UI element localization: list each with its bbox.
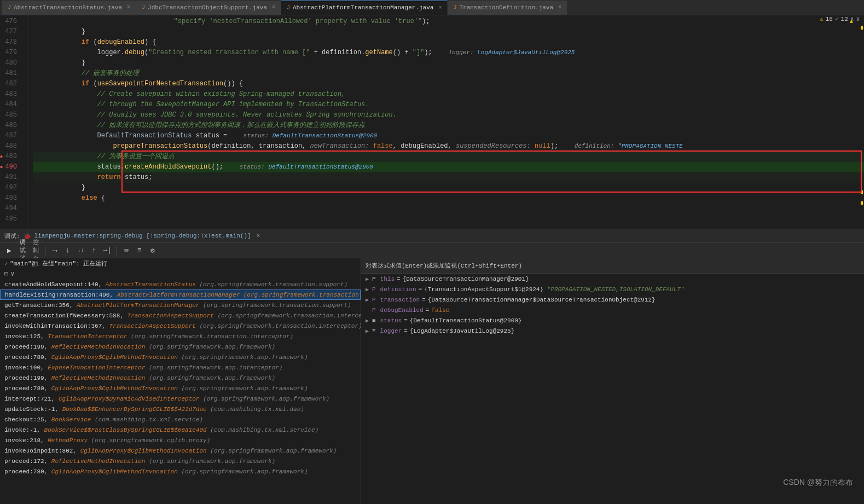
thread-name: "main"@1 在组"main": 正在运行: [10, 259, 107, 268]
tab-bar: J AbstractTransactionStatus.java × J Jdb…: [0, 0, 864, 15]
evaluate-button[interactable]: ⌨: [120, 245, 132, 257]
code-line-476: "specify 'nestedTransactionAllowed' prop…: [33, 16, 864, 27]
tab-label-1: AbstractTransactionStatus.java: [14, 4, 122, 11]
java-icon-4: J: [453, 4, 456, 10]
vars-panel: 对表达式求值(Enter)或添加监视(Ctrl+Shift+Enter) ▶ P…: [361, 258, 864, 504]
stack-frame-2[interactable]: getTransaction:356, AbstractPlatformTran…: [0, 300, 361, 310]
code-line-492: }: [33, 183, 864, 193]
debug-session-close[interactable]: ×: [257, 233, 260, 239]
scrollbar-indicators: [860, 15, 863, 229]
ln-488: 488: [0, 141, 21, 152]
tab-jdbc-transaction[interactable]: J JdbcTransactionObjectSupport.java ×: [136, 1, 281, 15]
tab-close-3[interactable]: ×: [438, 5, 442, 11]
tab-transaction-definition[interactable]: J TransactionDefinition.java ×: [448, 1, 567, 15]
stack-frame-17[interactable]: proceed:172, ReflectiveMethodInvocation …: [0, 456, 361, 466]
stack-frame-5[interactable]: invoke:125, TransactionInterceptor (org.…: [0, 331, 361, 341]
ln-494: 494: [0, 204, 21, 214]
ln-484: 484: [0, 100, 21, 110]
code-line-489: // 为事务设置一个回退点: [33, 152, 864, 162]
ln-482: 482: [0, 79, 21, 89]
code-line-477: }: [33, 27, 864, 37]
expand-logger[interactable]: ▶: [366, 328, 372, 334]
stack-frame-13[interactable]: checkout:25, BookService (com.mashibing.…: [0, 414, 361, 425]
tab-label-3: AbstractPlatformTransactionManager.java: [293, 4, 433, 11]
divider-2: [117, 246, 117, 255]
tab-close-1[interactable]: ×: [127, 4, 130, 10]
var-logger[interactable]: ▶ ≡ logger = {LogAdapter$JavaUtilLog@292…: [361, 326, 864, 336]
ln-489[interactable]: 489: [0, 152, 21, 162]
vars-header-text[interactable]: 对表达式求值(Enter)或添加监视(Ctrl+Shift+Enter): [366, 262, 522, 270]
stack-frame-4[interactable]: invokeWithinTransaction:367, Transaction…: [0, 321, 361, 331]
ln-477: 477: [0, 27, 21, 37]
expand-transaction[interactable]: ▶: [366, 297, 372, 303]
tab-debugger[interactable]: 调试器: [16, 245, 28, 257]
run-to-cursor-button[interactable]: →|: [101, 245, 113, 257]
stack-frame-11[interactable]: intercept:721, CglibAopProxy$DynamicAdvi…: [0, 393, 361, 404]
settings-button[interactable]: ⚙: [147, 245, 159, 257]
line-numbers: 476 477 478 479 480 481 482 483 484 485 …: [0, 15, 27, 229]
var-status[interactable]: ▶ ≡ status = {DefaultTransactionStatus@2…: [361, 315, 864, 326]
divider-1: [45, 246, 45, 255]
expand-this[interactable]: ▶: [366, 276, 372, 282]
var-definition[interactable]: ▶ P definition = {TransactionAspectSuppo…: [361, 284, 864, 294]
debug-path[interactable]: lianpengju-master:spring-debug [:spring-…: [34, 233, 251, 239]
thread-check-icon: ✓: [4, 260, 8, 267]
code-line-482: if (useSavepointForNestedTransaction()) …: [33, 79, 864, 89]
trace-button[interactable]: ≡: [134, 245, 146, 257]
tab-abstract-transaction-status[interactable]: J AbstractTransactionStatus.java ×: [2, 1, 136, 15]
code-line-481: // 嵌套事务的处理: [33, 68, 864, 79]
tab-console[interactable]: 控制台: [30, 245, 42, 257]
stack-frame-12[interactable]: updateStock:-1, BookDao$$EnhancerBySprin…: [0, 404, 361, 414]
var-transaction[interactable]: ▶ P transaction = {DataSourceTransaction…: [361, 294, 864, 305]
expand-icon[interactable]: ∨: [10, 270, 14, 278]
ln-490[interactable]: 490: [0, 162, 21, 172]
bottom-panels: ✓ "main"@1 在组"main": 正在运行 ⊟ ∨ createAndH…: [0, 258, 864, 504]
debug-toolbar: ▶ 调试器 控制台 ⟶ ↓ ↓↓ ↑ →| ⌨ ≡ ⚙: [0, 243, 864, 258]
stack-frame-0[interactable]: createAndHoldSavepoint:140, AbstractTran…: [0, 279, 361, 289]
filter-bar: ⊟ ∨: [0, 269, 361, 279]
tab-close-2[interactable]: ×: [272, 4, 275, 10]
code-line-488: prepareTransactionStatus(definition, tra…: [33, 141, 864, 152]
stack-frame-18[interactable]: proceed:780, CglibAopProxy$CglibMethodIn…: [0, 466, 361, 477]
resume-button[interactable]: ▶: [3, 245, 15, 257]
var-this[interactable]: ▶ P this = {DataSourceTransactionManager…: [361, 274, 864, 284]
java-icon-2: J: [142, 4, 145, 10]
var-icon-list2: ≡: [372, 328, 376, 334]
tab-label-4: TransactionDefinition.java: [459, 4, 553, 11]
ln-476: 476: [0, 16, 21, 27]
stack-frame-1[interactable]: handleExistingTransaction:490, AbstractP…: [0, 289, 361, 300]
step-out-button[interactable]: ↑: [88, 245, 100, 257]
ln-491: 491: [0, 172, 21, 183]
stack-frame-16[interactable]: invokeJoinpoint:802, CglibAopProxy$Cglib…: [0, 445, 361, 456]
stack-frame-6[interactable]: proceed:199, ReflectiveMethodInvocation …: [0, 341, 361, 352]
warning-indicator-3: [861, 201, 863, 205]
tab-label-2: JdbcTransactionObjectSupport.java: [148, 4, 267, 11]
step-over-button[interactable]: ⟶: [49, 245, 61, 257]
stack-frame-14[interactable]: invoke:-1, BookService$$FastClassBySprin…: [0, 425, 361, 435]
debug-session-bar: 调试: 🐞 lianpengju-master:spring-debug [:s…: [0, 229, 864, 243]
step-into-button[interactable]: ↓: [62, 245, 74, 257]
code-line-486: // 如果没有可以使用保存点的方式控制事务回滚，那么在嵌入式事务的建立初始阶段保…: [33, 120, 864, 131]
code-line-480: }: [33, 58, 864, 68]
code-line-479: logger.debug("Creating nested transactio…: [33, 48, 864, 58]
call-stack-panel: ✓ "main"@1 在组"main": 正在运行 ⊟ ∨ createAndH…: [0, 258, 361, 504]
var-icon-list: ≡: [372, 317, 376, 324]
tab-close-4[interactable]: ×: [558, 4, 561, 10]
stack-frame-10[interactable]: proceed:780, CglibAopProxy$CglibMethodIn…: [0, 383, 361, 393]
tab-abstract-platform[interactable]: J AbstractPlatformTransactionManager.jav…: [281, 1, 448, 15]
stack-frame-3[interactable]: createTransactionIfNecessary:588, Transa…: [0, 310, 361, 321]
stack-frame-7[interactable]: proceed:780, CglibAopProxy$CglibMethodIn…: [0, 352, 361, 362]
code-line-487: DefaultTransactionStatus status = status…: [33, 131, 864, 141]
stack-frame-15[interactable]: invoke:218, MethodProxy (org.springframe…: [0, 435, 361, 445]
var-debugenabled[interactable]: ▶ P debugEnabled = false: [361, 305, 864, 315]
code-content[interactable]: ⚠ 18 ✓ 12 ∧ ∨ "specify 'nestedTransactio…: [27, 15, 864, 229]
code-line-485: // Usually uses JDBC 3.0 savepoints. Nev…: [33, 110, 864, 120]
thread-header: ✓ "main"@1 在组"main": 正在运行: [0, 258, 361, 269]
expand-status[interactable]: ▶: [366, 317, 372, 324]
force-step-into-button[interactable]: ↓↓: [75, 245, 87, 257]
expand-definition[interactable]: ▶: [366, 286, 372, 293]
stack-frame-9[interactable]: proceed:199, ReflectiveMethodInvocation …: [0, 373, 361, 383]
stack-frame-8[interactable]: invoke:100, ExposeInvocationInterceptor …: [0, 362, 361, 373]
var-icon-p3: P: [372, 297, 376, 303]
filter-icon[interactable]: ⊟: [4, 270, 8, 278]
